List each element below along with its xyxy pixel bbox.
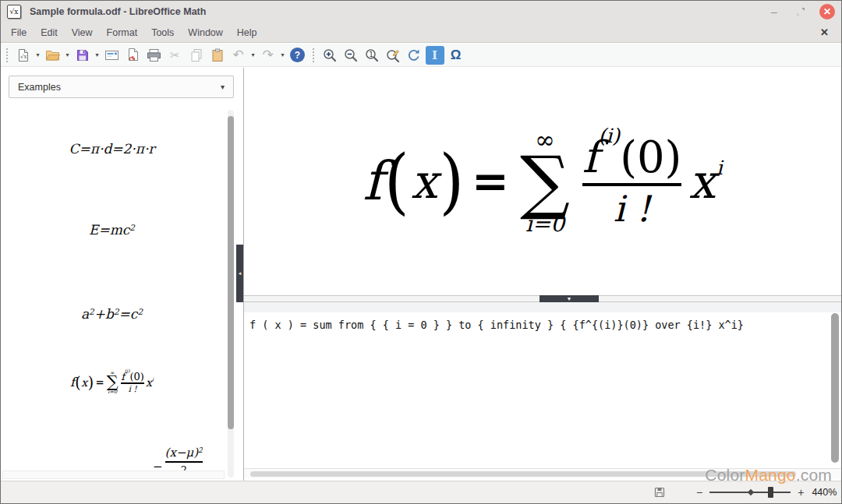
- sum-lower-limit: i=0: [108, 389, 117, 395]
- example-pythagoras-formula[interactable]: a2+b2=c2: [1, 306, 223, 322]
- x-term: x: [146, 376, 152, 389]
- document-saved-indicator[interactable]: [654, 487, 665, 498]
- x-term: x: [688, 154, 715, 209]
- menu-format[interactable]: Format: [100, 24, 145, 41]
- help-button[interactable]: ?: [288, 45, 307, 65]
- fraction-bar: [582, 183, 682, 186]
- pyth-exp: 2: [89, 307, 94, 316]
- view-splitter-handle[interactable]: ▼: [540, 295, 599, 302]
- print-button[interactable]: [144, 45, 164, 65]
- update-refresh-icon: [406, 48, 422, 63]
- copy-button[interactable]: [186, 45, 206, 65]
- sidebar-scrollbar[interactable]: [228, 110, 234, 478]
- denominator: i !: [614, 190, 651, 227]
- toolbar-grip-2[interactable]: [311, 47, 316, 64]
- view-splitter[interactable]: ▼: [244, 295, 841, 302]
- save-button[interactable]: [73, 45, 92, 65]
- menu-edit[interactable]: Edit: [34, 24, 65, 41]
- examples-dropdown[interactable]: Examples ▾: [9, 76, 234, 98]
- save-dropdown-caret[interactable]: ▾: [94, 51, 101, 58]
- zoom-custom-button[interactable]: [383, 45, 402, 65]
- command-scrollbar[interactable]: [831, 313, 839, 463]
- zoom-slider[interactable]: [709, 486, 791, 499]
- gauss-num-base: (x−μ): [165, 446, 198, 460]
- f-symbol: f: [70, 375, 75, 389]
- sigma-symbol: ∑: [107, 375, 119, 389]
- menu-help[interactable]: Help: [230, 24, 264, 41]
- sidebar-hscrollbar[interactable]: [2, 471, 225, 479]
- splitter-left-arrow: ◂: [239, 270, 242, 277]
- example-emc2-formula[interactable]: E=mc2: [1, 222, 223, 238]
- close-button[interactable]: ✕: [819, 4, 835, 19]
- command-editor[interactable]: f ( x ) = sum from { { i = 0 } } to { in…: [244, 302, 841, 468]
- close-document-button[interactable]: ✕: [820, 26, 829, 38]
- undo-button[interactable]: ↶: [228, 45, 248, 65]
- chevron-down-icon: ▾: [221, 83, 225, 91]
- zoom-out-button[interactable]: [341, 45, 360, 65]
- save-icon: [75, 48, 90, 63]
- zoom-out-control[interactable]: −: [693, 486, 706, 499]
- formula-cursor-button[interactable]: I: [425, 45, 444, 65]
- new-dropdown-caret[interactable]: ▾: [34, 51, 41, 58]
- app-icon: √x: [7, 5, 21, 19]
- zoom-slider-notch: [748, 489, 754, 495]
- left-paren: (: [75, 373, 80, 392]
- emc2-base: E=mc: [89, 222, 129, 238]
- command-scrollbar-thumb[interactable]: [831, 313, 839, 463]
- pyth-term: =c: [119, 306, 138, 322]
- menu-bar: File Edit View Format Tools Window Help …: [1, 23, 841, 43]
- app-icon-glyph: √x: [10, 8, 19, 16]
- numerator: f(i)(0): [582, 136, 682, 179]
- sidebar-scrollbar-thumb[interactable]: [228, 116, 234, 429]
- open-button[interactable]: [43, 45, 62, 65]
- zoom-in-button[interactable]: [320, 45, 339, 65]
- undo-dropdown-caret[interactable]: ▾: [249, 51, 256, 58]
- paste-icon: [210, 48, 225, 63]
- gauss-numerator: (x−μ)2: [165, 446, 203, 460]
- minimize-button[interactable]: –: [766, 4, 782, 19]
- update-button[interactable]: [404, 45, 423, 65]
- num-f: f: [582, 136, 599, 179]
- redo-button[interactable]: ↷: [258, 45, 278, 65]
- command-editor-top-strip: [244, 302, 841, 312]
- panel-splitter-handle[interactable]: ◂: [236, 245, 243, 302]
- example-taylor-formula[interactable]: f(x)= ∞ ∑ i=0 f(i)(0) i ! xi: [1, 370, 223, 395]
- pyth-exp: 2: [114, 307, 119, 316]
- zoom-slider-thumb[interactable]: [768, 487, 773, 498]
- derivative-order: (i): [125, 369, 129, 374]
- x-exponent: i: [716, 157, 723, 179]
- right-paren: ): [440, 140, 465, 222]
- cut-icon: ✂: [170, 48, 180, 62]
- cut-button[interactable]: ✂: [165, 45, 185, 65]
- email-button[interactable]: [102, 45, 122, 65]
- watermark-com: .com: [796, 466, 832, 484]
- menu-file[interactable]: File: [4, 24, 34, 41]
- formula-command-text[interactable]: f ( x ) = sum from { { i = 0 } } to { in…: [249, 319, 823, 331]
- numerator: f(i)(0): [121, 372, 144, 382]
- zoom-level-value[interactable]: 440%: [812, 487, 842, 498]
- derivative-order: (i): [598, 126, 620, 146]
- formula-display-area[interactable]: f(x)= ∞ ∑ i=0 f(i)(0) i ! xi: [244, 68, 841, 295]
- menu-view[interactable]: View: [65, 24, 100, 41]
- taylor-series-formula: f(x)= ∞ ∑ i=0 f(i)(0) i ! xi: [363, 128, 723, 235]
- zoom-100-button[interactable]: 1: [362, 45, 381, 65]
- redo-dropdown-caret[interactable]: ▾: [279, 51, 286, 58]
- left-paren: (: [384, 140, 409, 222]
- example-circle-formula[interactable]: C=π·d=2·π·r: [1, 141, 223, 157]
- svg-text:√x: √x: [20, 54, 27, 60]
- restore-button[interactable]: [793, 4, 808, 19]
- catalog-button[interactable]: Ω: [446, 45, 465, 65]
- paste-button[interactable]: [207, 45, 227, 65]
- sum-lower-limit: i=0: [525, 213, 564, 235]
- zoom-in-control[interactable]: +: [794, 486, 807, 499]
- watermark-color: Color: [705, 466, 745, 484]
- new-formula-button[interactable]: √x: [13, 45, 33, 65]
- open-dropdown-caret[interactable]: ▾: [64, 51, 71, 58]
- menu-window[interactable]: Window: [181, 24, 229, 41]
- export-pdf-button[interactable]: [123, 45, 143, 65]
- zoom-100-icon: 1: [364, 48, 380, 63]
- toolbar-grip[interactable]: [5, 47, 9, 64]
- x-exponent: i: [152, 377, 154, 382]
- right-paren: ): [88, 373, 94, 392]
- menu-tools[interactable]: Tools: [144, 24, 181, 41]
